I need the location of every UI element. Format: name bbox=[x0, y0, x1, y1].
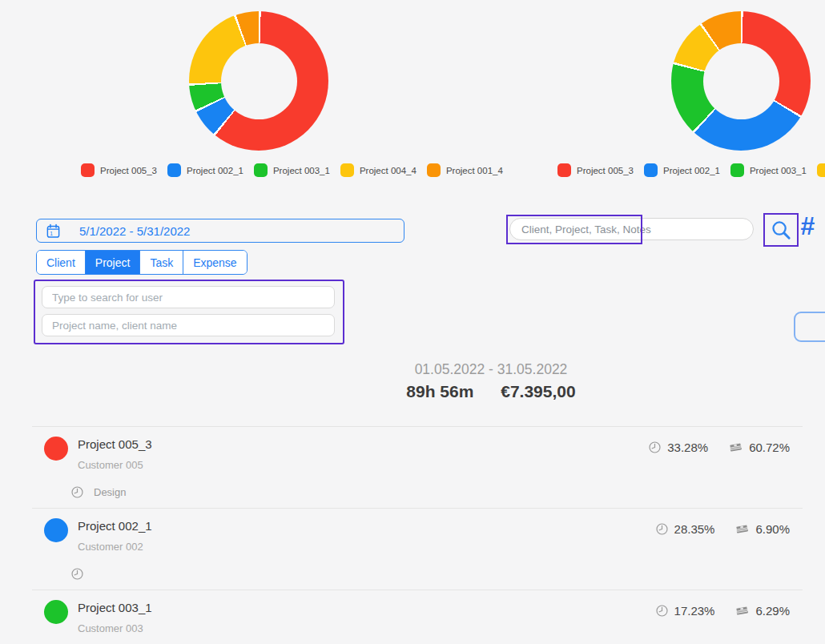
money-donut-legend: Project 005_3 Project 002_1 Project 003_… bbox=[81, 163, 513, 177]
legend-item: Project 003_1 bbox=[254, 163, 330, 177]
period-summary: 01.05.2022 - 31.05.2022 89h 56m €7.395,0… bbox=[0, 361, 825, 401]
legend-color-chip bbox=[167, 163, 181, 177]
money-icon bbox=[734, 521, 751, 537]
legend-color-chip bbox=[730, 163, 744, 177]
project-row[interactable]: Project 005_3 Customer 005 Design 33.28% bbox=[32, 426, 803, 508]
edge-partial-button[interactable] bbox=[794, 312, 825, 342]
project-color-dot bbox=[44, 518, 68, 542]
global-search-input[interactable] bbox=[509, 218, 754, 240]
project-title: Project 002_1 bbox=[78, 519, 152, 533]
legend-color-chip bbox=[817, 163, 825, 177]
legend-label: Project 005_3 bbox=[100, 166, 157, 175]
legend-color-chip bbox=[427, 163, 441, 177]
legend-item: Project 003_1 bbox=[730, 163, 807, 177]
tab-task[interactable]: Task bbox=[140, 251, 183, 274]
row-stats: 28.35% 6.90% bbox=[635, 521, 790, 537]
legend-label: Project 003_1 bbox=[273, 166, 330, 175]
calendar-icon: 1 bbox=[46, 223, 61, 239]
time-percent-stat: 33.28% bbox=[647, 440, 708, 455]
project-search-input[interactable] bbox=[42, 314, 335, 336]
date-range-picker[interactable]: 1 5/1/2022 - 5/31/2022 bbox=[36, 219, 404, 243]
clock-icon bbox=[70, 485, 85, 500]
project-list: Project 005_3 Customer 005 Design 33.28% bbox=[32, 426, 803, 644]
row-stats: 33.28% 60.72% bbox=[628, 439, 790, 456]
money-percent-stat: 60.72% bbox=[727, 439, 790, 456]
task-label: Design bbox=[94, 486, 126, 498]
customer-subtitle: Customer 005 bbox=[78, 459, 143, 471]
legend-color-chip bbox=[81, 163, 95, 177]
project-color-dot bbox=[44, 600, 68, 624]
annotation-box-filters bbox=[34, 280, 344, 344]
row-stats: 17.23% 6.29% bbox=[635, 602, 790, 619]
legend-color-chip bbox=[557, 163, 571, 177]
summary-date-range: 01.05.2022 - 31.05.2022 bbox=[0, 361, 825, 378]
clock-icon bbox=[654, 603, 670, 618]
money-percent-stat: 6.90% bbox=[734, 521, 790, 537]
time-percent-stat: 28.35% bbox=[654, 521, 715, 537]
money-percent-stat: 6.29% bbox=[734, 602, 790, 619]
legend-item: Project 004_4 bbox=[817, 163, 825, 177]
time-share-donut-chart bbox=[671, 11, 811, 151]
legend-item: Project 004_4 bbox=[340, 163, 417, 177]
donut-hole bbox=[221, 43, 297, 119]
project-title: Project 005_3 bbox=[78, 437, 152, 451]
legend-color-chip bbox=[254, 163, 268, 177]
customer-subtitle: Customer 002 bbox=[78, 541, 143, 553]
summary-amount: €7.395,00 bbox=[501, 382, 575, 400]
legend-label: Project 001_4 bbox=[446, 166, 503, 175]
tab-client[interactable]: Client bbox=[37, 251, 86, 274]
legend-label: Project 002_1 bbox=[187, 166, 243, 175]
legend-color-chip bbox=[340, 163, 354, 177]
project-color-dot bbox=[44, 437, 68, 461]
legend-label: Project 003_1 bbox=[750, 166, 807, 175]
user-search-input[interactable] bbox=[42, 286, 335, 308]
customer-subtitle: Customer 003 bbox=[78, 622, 143, 634]
time-percent-value: 17.23% bbox=[674, 604, 715, 618]
time-percent-value: 28.35% bbox=[674, 522, 715, 536]
summary-totals: 89h 56m €7.395,00 bbox=[0, 382, 825, 401]
money-share-donut-chart bbox=[189, 11, 328, 151]
date-range-label: 5/1/2022 - 5/31/2022 bbox=[79, 224, 190, 238]
money-percent-value: 6.29% bbox=[755, 604, 790, 618]
task-tagline: Design bbox=[70, 485, 126, 500]
donut-hole bbox=[703, 43, 779, 119]
legend-item: Project 002_1 bbox=[644, 163, 720, 177]
hash-icon[interactable]: # bbox=[800, 211, 815, 241]
search-icon bbox=[770, 219, 793, 242]
search-button[interactable] bbox=[763, 213, 799, 247]
project-row[interactable]: Project 003_1 Customer 003 17.23% bbox=[32, 590, 803, 644]
tab-project[interactable]: Project bbox=[86, 251, 141, 274]
svg-text:1: 1 bbox=[50, 230, 53, 235]
legend-item: Project 002_1 bbox=[167, 163, 243, 177]
tab-expense[interactable]: Expense bbox=[183, 251, 246, 274]
legend-color-chip bbox=[644, 163, 658, 177]
report-type-tabs: ClientProjectTaskExpense bbox=[36, 250, 248, 275]
legend-label: Project 002_1 bbox=[663, 166, 720, 175]
legend-item: Project 005_3 bbox=[557, 163, 634, 177]
project-title: Project 003_1 bbox=[78, 601, 152, 614]
money-icon bbox=[734, 602, 751, 619]
legend-label: Project 005_3 bbox=[577, 166, 634, 175]
task-tagline bbox=[70, 566, 94, 582]
legend-label: Project 004_4 bbox=[360, 166, 417, 175]
money-icon bbox=[727, 439, 744, 456]
report-page: Project 005_3 Project 002_1 Project 003_… bbox=[0, 0, 825, 644]
time-donut-legend: Project 005_3 Project 002_1 Project 003_… bbox=[557, 163, 825, 177]
time-percent-stat: 17.23% bbox=[654, 603, 715, 618]
legend-item: Project 005_3 bbox=[81, 163, 157, 177]
project-row[interactable]: Project 002_1 Customer 002 28.35% bbox=[32, 508, 803, 590]
summary-duration: 89h 56m bbox=[406, 382, 473, 400]
clock-icon bbox=[647, 440, 662, 455]
clock-icon bbox=[70, 566, 85, 582]
time-percent-value: 33.28% bbox=[667, 441, 708, 454]
legend-item: Project 001_4 bbox=[427, 163, 503, 177]
money-percent-value: 60.72% bbox=[749, 441, 790, 454]
clock-icon bbox=[654, 521, 670, 537]
money-percent-value: 6.90% bbox=[755, 522, 790, 536]
